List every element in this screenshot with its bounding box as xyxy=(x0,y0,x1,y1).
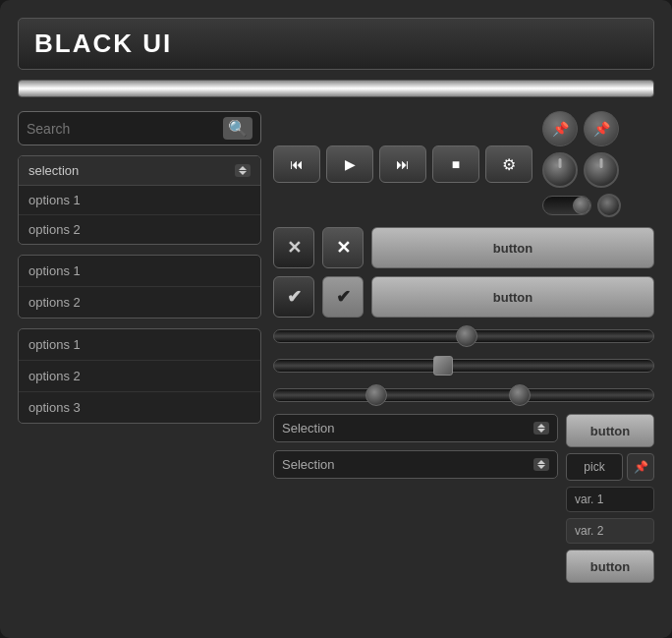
toggle-1[interactable] xyxy=(542,196,591,215)
icon-btn-row-1: ✕ ✕ button xyxy=(273,227,654,268)
toggle-row xyxy=(542,194,621,217)
pin-button-2[interactable]: 📌 xyxy=(584,111,619,146)
slider-3-container xyxy=(273,384,654,406)
title-bar: BLACK UI xyxy=(18,18,654,70)
slider-1-container xyxy=(273,325,654,347)
button-1[interactable]: button xyxy=(371,227,654,268)
selection-area: Selection Selection xyxy=(273,414,558,479)
sel-arrow-down-2 xyxy=(537,465,545,469)
pin-button-1[interactable]: 📌 xyxy=(542,111,578,146)
knob-2[interactable] xyxy=(584,152,619,188)
sel-arrow-down-1 xyxy=(537,429,545,433)
dropdown-label: selection xyxy=(28,163,79,178)
knob-1[interactable] xyxy=(542,152,578,188)
var2-item[interactable]: var. 2 xyxy=(566,518,654,544)
play-button[interactable]: ▶ xyxy=(326,145,373,183)
list-item[interactable]: options 3 xyxy=(19,392,260,423)
x-light-button[interactable]: ✕ xyxy=(322,227,364,268)
search-box[interactable]: 🔍 xyxy=(18,111,261,145)
sel-arrows-1 xyxy=(533,422,549,435)
left-panel: 🔍 selection options 1 options 2 options … xyxy=(18,111,261,583)
selection-label-1: Selection xyxy=(282,421,334,435)
list-item[interactable]: options 2 xyxy=(19,287,260,318)
bottom-action-button[interactable]: button xyxy=(566,550,654,583)
slider-3-thumb-right[interactable] xyxy=(509,384,531,406)
dropdown-group: selection options 1 options 2 xyxy=(18,155,261,245)
top-action-button[interactable]: button xyxy=(566,414,654,447)
list-item[interactable]: options 2 xyxy=(19,361,260,392)
right-panel: ⏮ ▶ ⏭ ■ ⚙ 📌 📌 xyxy=(273,111,654,583)
search-input[interactable] xyxy=(27,121,217,137)
sel-arrows-2 xyxy=(533,458,549,471)
dropdown-item[interactable]: options 1 xyxy=(19,186,260,215)
pick-button[interactable]: pick xyxy=(566,453,623,481)
dropdown-item[interactable]: options 2 xyxy=(19,215,260,244)
var1-item[interactable]: var. 1 xyxy=(566,487,654,512)
arrow-down-icon xyxy=(239,171,247,175)
selection-dropdown-1[interactable]: Selection xyxy=(273,414,558,442)
slider-1-thumb[interactable] xyxy=(456,325,477,347)
fast-forward-button[interactable]: ⏭ xyxy=(379,145,426,183)
check-light-button[interactable]: ✔ xyxy=(322,276,364,318)
list-group-2: options 1 options 2 options 3 xyxy=(18,328,261,424)
content-row: 🔍 selection options 1 options 2 options … xyxy=(18,111,654,583)
slider-1-track xyxy=(273,329,654,343)
transport-row: ⏮ ▶ ⏭ ■ ⚙ 📌 📌 xyxy=(273,111,654,217)
slider-2-thumb[interactable] xyxy=(433,356,453,376)
far-right-panel: button pick 📌 var. 1 var. 2 xyxy=(566,414,654,583)
search-icon[interactable]: 🔍 xyxy=(223,117,252,140)
pick-row: pick 📌 xyxy=(566,453,654,481)
selection-label-2: Selection xyxy=(282,457,334,472)
list-item[interactable]: options 1 xyxy=(19,256,260,287)
selection-dropdown-2[interactable]: Selection xyxy=(273,450,558,479)
sel-arrow-up-1 xyxy=(537,424,545,428)
small-knob[interactable] xyxy=(597,194,621,217)
settings-button[interactable]: ⚙ xyxy=(485,145,532,183)
app-container: BLACK UI 🔍 selection options 1 xyxy=(0,0,672,638)
pin-knob-area: 📌 📌 xyxy=(542,111,621,217)
slider-3-thumb-left[interactable] xyxy=(365,384,387,406)
knob-row xyxy=(542,152,621,188)
icon-btn-row-2: ✔ ✔ button xyxy=(273,276,654,318)
dropdown-arrows[interactable] xyxy=(235,164,251,177)
pick-pin-button[interactable]: 📌 xyxy=(627,453,654,481)
toggle-knob-1 xyxy=(573,197,590,214)
slider-3-track xyxy=(273,388,654,402)
stop-button[interactable]: ■ xyxy=(432,145,479,183)
check-dark-button[interactable]: ✔ xyxy=(273,276,314,318)
sel-arrow-up-2 xyxy=(537,460,545,464)
controls-left: ✕ ✕ button ✔ ✔ xyxy=(273,227,654,583)
button-2[interactable]: button xyxy=(371,276,654,318)
app-title: BLACK UI xyxy=(34,29,172,58)
rewind-button[interactable]: ⏮ xyxy=(273,145,320,183)
x-dark-button[interactable]: ✕ xyxy=(273,227,314,268)
arrow-up-icon xyxy=(239,166,247,170)
progress-bar xyxy=(18,80,654,97)
list-group-1: options 1 options 2 xyxy=(18,255,261,319)
list-item[interactable]: options 1 xyxy=(19,329,260,361)
slider-2-track xyxy=(273,359,654,373)
bottom-right: Selection Selection xyxy=(273,414,654,583)
pin-btn-row: 📌 📌 xyxy=(542,111,621,146)
dropdown-header[interactable]: selection xyxy=(19,156,260,186)
slider-2-container xyxy=(273,355,654,377)
